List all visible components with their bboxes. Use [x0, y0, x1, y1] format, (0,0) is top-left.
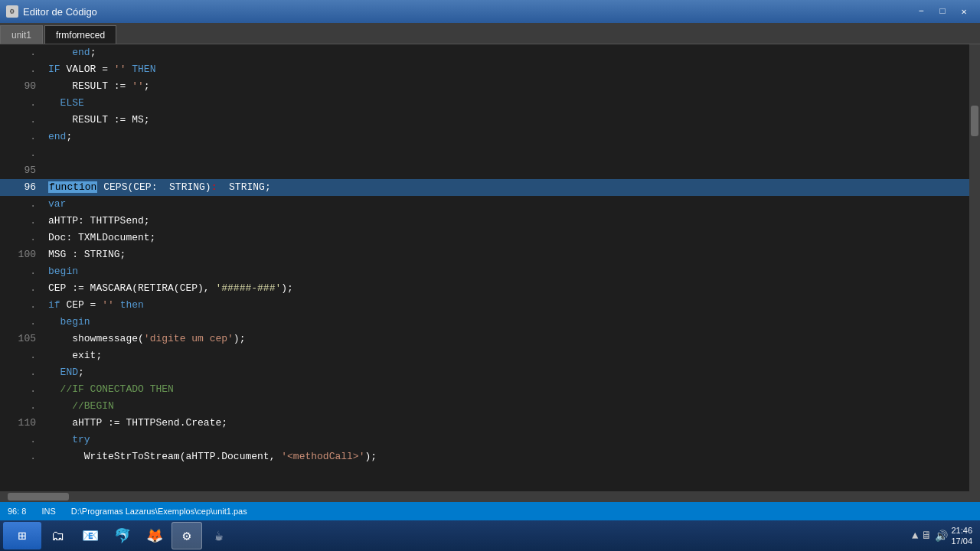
line-number: 110	[0, 415, 42, 432]
line-content: WriteStrToStream(aHTTP.Document, '<metho…	[42, 448, 969, 465]
close-button[interactable]: ✕	[954, 4, 974, 19]
line-number: 90	[0, 78, 42, 95]
line-number	[0, 196, 42, 213]
taskbar-java-icon[interactable]: ☕	[204, 522, 234, 549]
vertical-scrollbar[interactable]	[969, 44, 980, 491]
line-number	[0, 381, 42, 398]
tray-volume-icon[interactable]: 🔊	[935, 530, 948, 543]
status-bar: 96: 8 INS D:\Programas Lazarus\Exemplos\…	[0, 502, 980, 520]
taskbar-filemanager-icon[interactable]: 🗂	[43, 522, 74, 549]
line-content: Doc: TXMLDocument;	[42, 230, 969, 246]
table-row	[0, 145, 969, 162]
line-content: begin	[42, 314, 969, 331]
table-row: end;	[0, 129, 969, 145]
table-row: if CEP = '' then	[0, 297, 969, 314]
taskbar-database-icon[interactable]: 🐬	[107, 522, 138, 549]
line-number	[0, 314, 42, 331]
tab-bar: unit1 frmforneced	[0, 23, 980, 44]
line-content: RESULT := MS;	[42, 112, 969, 129]
line-content: MSG : STRING;	[42, 246, 969, 263]
line-content: begin	[42, 263, 969, 280]
taskbar-email-icon[interactable]: 📧	[75, 522, 106, 549]
line-number	[0, 280, 42, 297]
line-number: 105	[0, 331, 42, 347]
tab-unit1[interactable]: unit1	[0, 25, 43, 44]
table-row: //BEGIN	[0, 398, 969, 415]
table-row: exit;	[0, 347, 969, 364]
line-number	[0, 364, 42, 381]
line-content: end;	[42, 129, 969, 145]
line-number	[0, 213, 42, 230]
maximize-button[interactable]: □	[933, 4, 952, 19]
title-bar-left: ⚙ Editor de Código	[6, 5, 97, 18]
window-title: Editor de Código	[23, 6, 97, 18]
line-number	[0, 95, 42, 112]
line-content: //BEGIN	[42, 398, 969, 415]
line-content: END;	[42, 364, 969, 381]
window-controls[interactable]: − □ ✕	[911, 4, 974, 19]
table-row: IF VALOR = '' THEN	[0, 61, 969, 78]
line-content: function CEPS(CEP: STRING)​: STRING;	[42, 179, 969, 196]
line-number: 95	[0, 162, 42, 179]
table-row: ELSE	[0, 95, 969, 112]
line-content: end;	[42, 44, 969, 61]
taskbar-browser-icon[interactable]: 🦊	[139, 522, 170, 549]
table-row: WriteStrToStream(aHTTP.Document, '<metho…	[0, 448, 969, 465]
line-content: //IF CONECTADO THEN	[42, 381, 969, 398]
line-content: RESULT := '';	[42, 78, 969, 95]
table-row: end;	[0, 44, 969, 61]
line-content: CEP := MASCARA(RETIRA(CEP), '#####-###')…	[42, 280, 969, 297]
table-row: begin	[0, 263, 969, 280]
horizontal-scrollbar[interactable]	[0, 491, 980, 502]
cursor-position: 96: 8	[8, 507, 26, 516]
line-content: aHTTP: THTTPSend;	[42, 213, 969, 230]
tray-arrow-icon[interactable]: ▲	[912, 530, 918, 542]
table-row: CEP := MASCARA(RETIRA(CEP), '#####-###')…	[0, 280, 969, 297]
taskbar: ⊞ 🗂 📧 🐬 🦊 ⚙ ☕ ▲ 🖥 🔊 21:46 17/04	[0, 520, 980, 551]
h-scrollbar-thumb[interactable]	[8, 493, 69, 500]
line-number	[0, 448, 42, 465]
line-number	[0, 297, 42, 314]
app-icon: ⚙	[6, 5, 18, 18]
editor-container: end; IF VALOR = '' THEN 90 RESULT := '';…	[0, 44, 980, 491]
line-number	[0, 145, 42, 162]
line-number: 96	[0, 179, 42, 196]
table-row: //IF CONECTADO THEN	[0, 381, 969, 398]
line-number	[0, 61, 42, 78]
scrollbar-thumb[interactable]	[971, 106, 978, 136]
table-row: 96 function CEPS(CEP: STRING)​: STRING;	[0, 179, 969, 196]
minimize-button[interactable]: −	[911, 4, 931, 19]
editor-rows: end; IF VALOR = '' THEN 90 RESULT := '';…	[0, 44, 969, 491]
line-number	[0, 230, 42, 246]
line-content: if CEP = '' then	[42, 297, 969, 314]
line-content: ELSE	[42, 95, 969, 112]
title-bar: ⚙ Editor de Código − □ ✕	[0, 0, 980, 23]
system-tray: ▲ 🖥 🔊 21:46 17/04	[907, 522, 977, 549]
tray-network-icon[interactable]: 🖥	[921, 530, 932, 542]
table-row: 100 MSG : STRING;	[0, 246, 969, 263]
line-number: 100	[0, 246, 42, 263]
line-content: aHTTP := THTTPSend.Create;	[42, 415, 969, 432]
line-number	[0, 44, 42, 61]
code-editor[interactable]: end; IF VALOR = '' THEN 90 RESULT := '';…	[0, 44, 969, 491]
line-number	[0, 347, 42, 364]
table-row: END;	[0, 364, 969, 381]
tab-frmforneced[interactable]: frmforneced	[44, 25, 116, 44]
line-number	[0, 112, 42, 129]
line-content: try	[42, 432, 969, 448]
insert-mode: INS	[41, 507, 55, 516]
taskbar-lazarus-icon[interactable]: ⚙	[172, 522, 202, 549]
table-row: 105 showmessage('digite um cep');	[0, 331, 969, 347]
table-row: Doc: TXMLDocument;	[0, 230, 969, 246]
line-number	[0, 432, 42, 448]
line-content: showmessage('digite um cep');	[42, 331, 969, 347]
table-row: try	[0, 432, 969, 448]
line-number	[0, 398, 42, 415]
table-row: 95	[0, 162, 969, 179]
line-number	[0, 263, 42, 280]
table-row: RESULT := MS;	[0, 112, 969, 129]
table-row: 90 RESULT := '';	[0, 78, 969, 95]
start-button[interactable]: ⊞	[3, 522, 41, 549]
table-row: 110 aHTTP := THTTPSend.Create;	[0, 415, 969, 432]
line-content: IF VALOR = '' THEN	[42, 61, 969, 78]
